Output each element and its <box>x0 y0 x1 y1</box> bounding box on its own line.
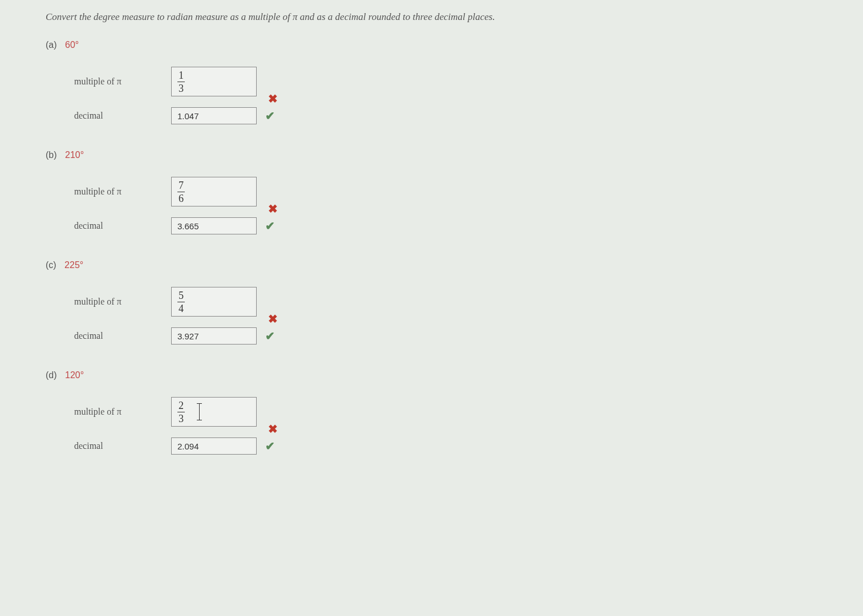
part-c-multiple-row: multiple of π 5 4 ✖ <box>74 285 863 319</box>
fraction-display: 1 3 <box>177 70 185 94</box>
fraction-denominator: 3 <box>177 82 185 94</box>
fraction-denominator: 4 <box>177 302 185 314</box>
part-d-multiple-row: multiple of π 2 3 ✖ <box>74 395 863 429</box>
fraction-display: 5 4 <box>177 290 185 314</box>
multiple-label: multiple of π <box>74 76 171 87</box>
part-a-degree: 60° <box>65 40 79 50</box>
part-d-multiple-input[interactable]: 2 3 <box>171 397 257 427</box>
part-b: (b) 210° multiple of π 7 6 ✖ decimal 3.6… <box>46 150 863 243</box>
decimal-value: 3.665 <box>177 221 199 231</box>
multiple-label: multiple of π <box>74 297 171 307</box>
fraction-display: 7 6 <box>177 180 185 204</box>
part-d-header: (d) 120° <box>46 370 863 380</box>
part-c-header: (c) 225° <box>46 260 863 270</box>
fraction-denominator: 3 <box>177 412 185 424</box>
fraction-numerator: 2 <box>177 400 185 412</box>
part-d-decimal-row: decimal 2.094 ✔ <box>74 429 863 463</box>
fraction-denominator: 6 <box>177 192 185 204</box>
part-d: (d) 120° multiple of π 2 3 ✖ decimal 2.0… <box>46 370 863 463</box>
part-c-degree: 225° <box>64 260 83 270</box>
part-d-degree: 120° <box>65 370 84 380</box>
part-b-multiple-input[interactable]: 7 6 <box>171 177 257 206</box>
decimal-value: 1.047 <box>177 111 199 121</box>
part-b-header: (b) 210° <box>46 150 863 160</box>
check-icon: ✔ <box>265 109 275 123</box>
part-c: (c) 225° multiple of π 5 4 ✖ decimal 3.9… <box>46 260 863 353</box>
multiple-label: multiple of π <box>74 187 171 197</box>
check-icon: ✔ <box>265 329 275 343</box>
fraction-numerator: 5 <box>177 290 185 302</box>
fraction-numerator: 1 <box>177 70 185 82</box>
part-a-header: (a) 60° <box>46 40 863 50</box>
part-b-decimal-row: decimal 3.665 ✔ <box>74 209 863 243</box>
fraction-numerator: 7 <box>177 180 185 192</box>
decimal-label: decimal <box>74 111 171 121</box>
part-b-decimal-input[interactable]: 3.665 <box>171 217 257 234</box>
part-d-letter: (d) <box>46 370 57 380</box>
check-icon: ✔ <box>265 219 275 233</box>
part-c-decimal-input[interactable]: 3.927 <box>171 327 257 345</box>
multiple-label: multiple of π <box>74 407 171 417</box>
part-a: (a) 60° multiple of π 1 3 ✖ decimal 1.04… <box>46 40 863 133</box>
decimal-label: decimal <box>74 221 171 231</box>
fraction-display: 2 3 <box>177 400 185 424</box>
part-c-decimal-row: decimal 3.927 ✔ <box>74 319 863 353</box>
instruction-text: Convert the degree measure to radian mea… <box>46 11 863 23</box>
part-c-multiple-input[interactable]: 5 4 <box>171 287 257 317</box>
part-d-decimal-input[interactable]: 2.094 <box>171 437 257 455</box>
part-a-letter: (a) <box>46 40 57 50</box>
part-a-multiple-input[interactable]: 1 3 <box>171 67 257 96</box>
part-a-decimal-input[interactable]: 1.047 <box>171 107 257 124</box>
part-b-degree: 210° <box>65 150 84 160</box>
decimal-value: 3.927 <box>177 331 199 341</box>
decimal-label: decimal <box>74 441 171 451</box>
part-b-letter: (b) <box>46 150 57 160</box>
decimal-label: decimal <box>74 331 171 341</box>
part-b-multiple-row: multiple of π 7 6 ✖ <box>74 175 863 209</box>
part-a-decimal-row: decimal 1.047 ✔ <box>74 99 863 133</box>
text-cursor-icon <box>199 403 200 420</box>
decimal-value: 2.094 <box>177 441 199 451</box>
part-a-multiple-row: multiple of π 1 3 ✖ <box>74 64 863 99</box>
part-c-letter: (c) <box>46 260 56 270</box>
check-icon: ✔ <box>265 439 275 453</box>
